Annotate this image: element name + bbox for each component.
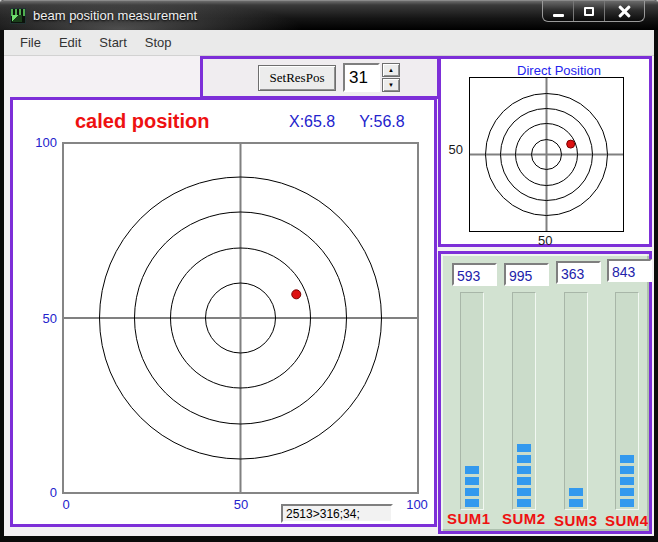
sum-column-2: SUM2 — [493, 254, 545, 531]
sum3-label: SUM3 — [554, 512, 598, 529]
position-readouts: X:65.8 Y:56.8 — [289, 113, 405, 131]
direct-left-tick: 50 — [441, 142, 463, 157]
sum-column-1: SUM1 — [441, 254, 493, 531]
sum4-value[interactable] — [607, 259, 652, 282]
sum-bar-segment — [517, 444, 531, 452]
caled-plot-canvas — [64, 144, 417, 492]
maximize-icon — [584, 7, 594, 16]
direct-plot — [469, 77, 624, 232]
spin-down-button[interactable]: ▼ — [382, 78, 400, 92]
direct-plot-canvas — [470, 78, 623, 231]
app-window: beam position measurement File Edit Star… — [0, 0, 658, 542]
sum-column-4: SUM4 — [596, 254, 648, 531]
close-button[interactable] — [605, 1, 644, 22]
sum1-label: SUM1 — [447, 510, 491, 527]
sum-bar-segment — [517, 455, 531, 463]
status-field[interactable]: 2513>316;34; — [281, 504, 393, 523]
minimize-icon — [553, 14, 564, 17]
sum2-value[interactable] — [504, 263, 549, 286]
menu-item-edit[interactable]: Edit — [51, 32, 89, 53]
sum-bar-segment — [620, 455, 634, 463]
sum-bar-segment — [620, 477, 634, 485]
sum-bar-segment — [569, 499, 583, 507]
sum2-bar — [512, 292, 536, 510]
close-icon — [618, 5, 631, 18]
sum-bar-segment — [517, 466, 531, 474]
caled-position-panel: caled position X:65.8 Y:56.8 100 50 0 0 … — [10, 97, 437, 527]
sum3-bar — [564, 292, 588, 510]
y-tick-0: 0 — [23, 485, 57, 500]
x-tick-50: 50 — [234, 497, 248, 512]
setrespos-panel: SetResPos ▲ ▼ — [200, 56, 440, 99]
direct-bottom-tick: 50 — [538, 233, 552, 248]
titlebar[interactable]: beam position measurement — [0, 0, 658, 30]
beam-point — [292, 290, 301, 299]
caled-position-title: caled position — [75, 110, 209, 133]
arrow-up-icon: ▲ — [388, 67, 394, 73]
y-tick-50: 50 — [23, 311, 57, 326]
sum-bar-segment — [465, 477, 479, 485]
sum1-bar — [460, 292, 484, 510]
x-readout: X:65.8 — [289, 113, 335, 131]
sum-bar-segment — [620, 488, 634, 496]
sum4-bar — [615, 292, 639, 510]
sum2-label: SUM2 — [502, 510, 546, 527]
setrespos-button[interactable]: SetResPos — [258, 65, 336, 91]
sum3-segments — [569, 488, 583, 507]
sum-bar-segment — [465, 466, 479, 474]
minimize-button[interactable] — [543, 1, 574, 22]
menu-item-file[interactable]: File — [12, 32, 49, 53]
menu-item-stop[interactable]: Stop — [137, 32, 180, 53]
sum-bar-segment — [620, 466, 634, 474]
sum4-label: SUM4 — [605, 512, 649, 529]
direct-position-title: Direct Position — [441, 63, 649, 78]
sum-panel: SUM1 SUM2 SUM3 SUM4 — [438, 251, 652, 534]
sum4-segments — [620, 455, 634, 507]
sum-bar-segment — [465, 499, 479, 507]
beam-point — [567, 140, 575, 148]
x-tick-0: 0 — [62, 497, 69, 512]
sum2-segments — [517, 444, 531, 507]
sum-bar-segment — [517, 477, 531, 485]
sum-bar-segment — [569, 488, 583, 496]
sum1-segments — [465, 466, 479, 507]
x-tick-100: 100 — [406, 497, 428, 512]
caled-plot — [62, 142, 419, 494]
app-icon — [10, 8, 26, 24]
sum1-value[interactable] — [452, 263, 497, 286]
y-tick-100: 100 — [23, 135, 57, 150]
client-area: COM6 ▼ OK SetResPos ▲ ▼ caled position X… — [4, 56, 654, 536]
respos-value-input[interactable] — [343, 63, 380, 92]
menubar: File Edit Start Stop — [4, 30, 654, 56]
sum-bar-segment — [517, 499, 531, 507]
window-title: beam position measurement — [33, 8, 197, 23]
sum-column-3: SUM3 — [545, 254, 597, 531]
arrow-down-icon: ▼ — [388, 82, 394, 88]
window-controls — [542, 1, 645, 22]
direct-position-panel: Direct Position 50 50 — [438, 56, 652, 247]
spin-up-button[interactable]: ▲ — [382, 63, 400, 77]
sum-bar-segment — [465, 488, 479, 496]
menu-item-start[interactable]: Start — [91, 32, 134, 53]
y-readout: Y:56.8 — [359, 113, 404, 131]
sum-bar-segment — [517, 488, 531, 496]
sum-bar-segment — [620, 499, 634, 507]
respos-spinner: ▲ ▼ — [382, 63, 400, 92]
sum3-value[interactable] — [556, 261, 601, 284]
maximize-button[interactable] — [574, 1, 605, 22]
